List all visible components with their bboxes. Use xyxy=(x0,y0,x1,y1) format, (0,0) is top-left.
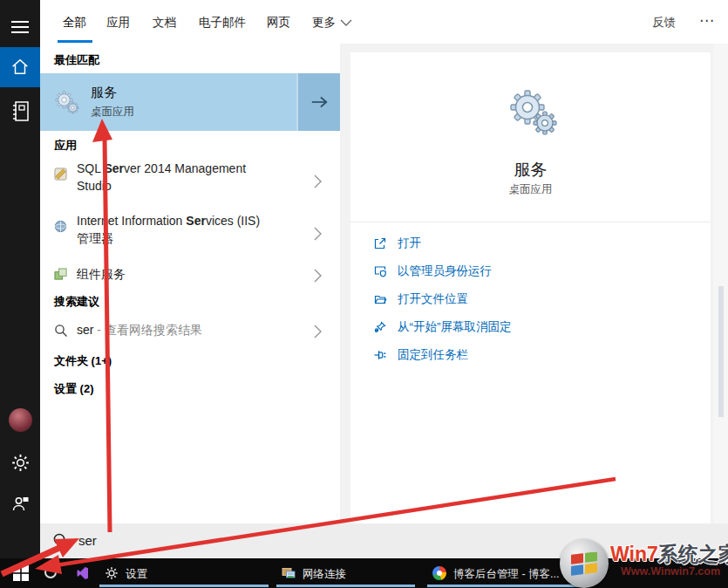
tab-documents[interactable]: 文档 xyxy=(153,15,176,31)
action-label: 打开 xyxy=(398,236,421,251)
section-suggestions: 搜索建议 xyxy=(54,294,99,310)
cortana-ring-icon xyxy=(44,566,57,578)
best-match-subtitle: 桌面应用 xyxy=(91,105,134,120)
cortana-button[interactable] xyxy=(40,558,65,588)
open-icon xyxy=(373,236,387,250)
action-unpin-from-start[interactable]: 从“开始”屏幕取消固定 xyxy=(373,316,512,338)
search-input[interactable]: ser xyxy=(78,533,97,548)
taskbar-button-network[interactable]: 网络连接 xyxy=(275,558,417,588)
result-label: 组件服务 xyxy=(77,265,312,283)
taskbar-button-settings[interactable]: 设置 xyxy=(98,558,270,588)
watermark-brand: Win7系统之家 xyxy=(610,541,728,568)
action-open[interactable]: 打开 xyxy=(373,232,421,255)
feedback-button[interactable]: 反馈 xyxy=(652,15,676,31)
tab-web[interactable]: 网页 xyxy=(267,15,290,31)
tab-email[interactable]: 电子邮件 xyxy=(199,15,246,31)
suggestion-row[interactable]: ser - 查看网络搜索结果 xyxy=(40,316,340,345)
result-label: Internet Information Services (IIS) 管理器 xyxy=(77,212,312,247)
watermark: Win7系统之家 Www.Winwin7.com xyxy=(558,536,728,588)
taskbar-button-label: 设置 xyxy=(126,567,147,582)
result-row-component-services[interactable]: 组件服务 xyxy=(40,260,340,290)
taskbar-active-indicator xyxy=(276,585,415,587)
blog-browser-icon xyxy=(432,566,446,580)
sidebar-item-home[interactable] xyxy=(0,47,40,87)
taskbar-active-indicator xyxy=(99,585,269,587)
overflow-menu-button[interactable]: ⋯ xyxy=(699,11,714,30)
sidebar-item-journal[interactable] xyxy=(0,92,40,131)
tab-apps[interactable]: 应用 xyxy=(106,15,130,31)
folder-location-icon xyxy=(373,292,387,306)
scrollbar-thumb[interactable] xyxy=(718,286,724,417)
hamburger-menu-button[interactable] xyxy=(0,10,40,44)
tab-all-underline xyxy=(58,40,92,43)
search-filter-tabs: 全部 应用 文档 电子邮件 网页 更多 反馈 ⋯ xyxy=(40,0,728,44)
visual-studio-taskbar-button[interactable] xyxy=(70,558,96,588)
result-row-iis[interactable]: Internet Information Services (IIS) 管理器 xyxy=(40,208,340,258)
detail-title: 服务 xyxy=(350,159,711,181)
windows-search-flyout: 全部 应用 文档 电子邮件 网页 更多 反馈 ⋯ 最佳匹配 xyxy=(0,0,728,588)
result-row-ssms[interactable]: SQL Server 2014 Management Studio xyxy=(40,155,340,206)
action-label: 从“开始”屏幕取消固定 xyxy=(398,319,512,335)
sidebar-item-account[interactable] xyxy=(0,407,40,438)
taskbar-button-label: 网络连接 xyxy=(303,567,346,582)
result-label: SQL Server 2014 Management Studio xyxy=(77,160,312,195)
action-label: 以管理员身份运行 xyxy=(398,263,492,279)
unpin-icon xyxy=(373,320,387,334)
tab-all[interactable]: 全部 xyxy=(63,15,86,31)
best-match-expand-button[interactable] xyxy=(296,73,340,131)
start-button[interactable] xyxy=(5,558,37,588)
pin-icon xyxy=(373,348,387,362)
sidebar xyxy=(0,0,40,558)
action-run-as-admin[interactable]: 以管理员身份运行 xyxy=(373,260,492,283)
avatar xyxy=(9,408,32,432)
action-label: 固定到任务栏 xyxy=(398,347,468,363)
best-match-row[interactable]: 服务 桌面应用 xyxy=(40,73,340,131)
taskbar-button-label: 博客后台管理 - 博客... xyxy=(453,567,560,582)
shield-admin-icon xyxy=(373,264,387,278)
tab-more[interactable]: 更多 xyxy=(312,15,336,31)
action-pin-to-taskbar[interactable]: 固定到任务栏 xyxy=(373,344,468,366)
detail-divider xyxy=(350,222,711,222)
detail-panel: 服务 桌面应用 打开 以管理员身份运行 xyxy=(350,52,711,523)
group-settings[interactable]: 设置 (2) xyxy=(54,381,94,397)
watermark-url: Www.Winwin7.com xyxy=(621,565,720,578)
action-label: 打开文件位置 xyxy=(398,291,468,307)
section-best-match: 最佳匹配 xyxy=(54,52,99,68)
detail-subtitle: 桌面应用 xyxy=(350,182,711,197)
group-folders[interactable]: 文件夹 (1+) xyxy=(54,353,112,369)
sidebar-item-feedback[interactable] xyxy=(0,489,40,520)
sidebar-item-settings[interactable] xyxy=(0,448,40,480)
watermark-windows-orb xyxy=(560,539,609,588)
suggestion-label: ser - 查看网络搜索结果 xyxy=(77,323,202,338)
results-panel: 最佳匹配 xyxy=(40,44,340,523)
scrollbar-track[interactable] xyxy=(713,44,728,523)
action-open-file-location[interactable]: 打开文件位置 xyxy=(373,288,468,311)
best-match-title: 服务 xyxy=(91,85,117,101)
section-apps: 应用 xyxy=(54,138,77,154)
